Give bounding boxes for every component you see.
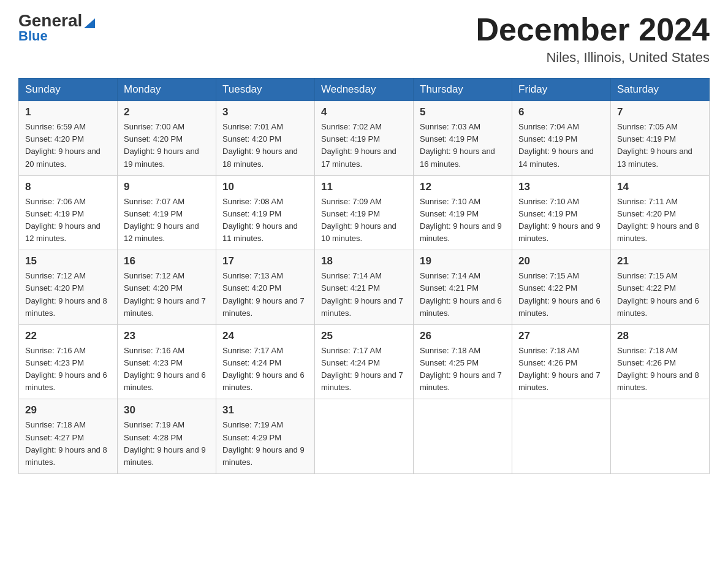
day-info: Sunrise: 7:17 AMSunset: 4:24 PMDaylight:… <box>321 345 407 394</box>
calendar-cell: 16Sunrise: 7:12 AMSunset: 4:20 PMDayligh… <box>118 250 216 325</box>
calendar-week-2: 8Sunrise: 7:06 AMSunset: 4:19 PMDaylight… <box>19 175 710 250</box>
day-number: 30 <box>124 404 210 416</box>
day-info: Sunrise: 7:18 AMSunset: 4:26 PMDaylight:… <box>518 345 604 394</box>
day-info: Sunrise: 7:10 AMSunset: 4:19 PMDaylight:… <box>518 196 604 245</box>
day-number: 8 <box>25 181 111 193</box>
day-info: Sunrise: 7:15 AMSunset: 4:22 PMDaylight:… <box>617 270 703 320</box>
calendar-cell: 13Sunrise: 7:10 AMSunset: 4:19 PMDayligh… <box>512 175 611 250</box>
month-title: December 2024 <box>476 12 710 47</box>
weekday-header-sunday: Sunday <box>19 79 118 101</box>
day-info: Sunrise: 7:02 AMSunset: 4:19 PMDaylight:… <box>321 121 407 170</box>
day-number: 6 <box>518 106 604 118</box>
calendar-body: 1Sunrise: 6:59 AMSunset: 4:20 PMDaylight… <box>19 101 710 474</box>
weekday-header-saturday: Saturday <box>611 79 710 101</box>
day-number: 20 <box>518 255 604 267</box>
day-info: Sunrise: 7:13 AMSunset: 4:20 PMDaylight:… <box>222 270 308 320</box>
day-info: Sunrise: 7:12 AMSunset: 4:20 PMDaylight:… <box>124 270 210 320</box>
day-number: 22 <box>25 330 111 342</box>
day-info: Sunrise: 7:14 AMSunset: 4:21 PMDaylight:… <box>420 270 506 320</box>
day-number: 11 <box>321 181 407 193</box>
day-info: Sunrise: 7:04 AMSunset: 4:19 PMDaylight:… <box>518 121 604 170</box>
day-number: 1 <box>25 106 111 118</box>
calendar-cell: 10Sunrise: 7:08 AMSunset: 4:19 PMDayligh… <box>216 175 315 250</box>
day-number: 25 <box>321 330 407 342</box>
day-number: 23 <box>124 330 210 342</box>
calendar-cell: 18Sunrise: 7:14 AMSunset: 4:21 PMDayligh… <box>315 250 414 325</box>
day-number: 13 <box>518 181 604 193</box>
weekday-header-monday: Monday <box>118 79 216 101</box>
title-block: December 2024 Niles, Illinois, United St… <box>476 12 710 66</box>
day-info: Sunrise: 7:11 AMSunset: 4:20 PMDaylight:… <box>617 196 703 245</box>
calendar-cell: 1Sunrise: 6:59 AMSunset: 4:20 PMDaylight… <box>19 101 118 176</box>
day-number: 9 <box>124 181 210 193</box>
day-info: Sunrise: 7:01 AMSunset: 4:20 PMDaylight:… <box>222 121 308 170</box>
day-info: Sunrise: 7:18 AMSunset: 4:25 PMDaylight:… <box>420 345 506 394</box>
calendar-cell: 29Sunrise: 7:18 AMSunset: 4:27 PMDayligh… <box>19 399 118 474</box>
weekday-header-thursday: Thursday <box>414 79 512 101</box>
day-info: Sunrise: 7:19 AMSunset: 4:28 PMDaylight:… <box>124 419 210 469</box>
location: Niles, Illinois, United States <box>476 50 710 66</box>
day-info: Sunrise: 7:16 AMSunset: 4:23 PMDaylight:… <box>25 345 111 394</box>
day-info: Sunrise: 7:08 AMSunset: 4:19 PMDaylight:… <box>222 196 308 245</box>
day-info: Sunrise: 7:18 AMSunset: 4:27 PMDaylight:… <box>25 419 111 469</box>
calendar-cell: 25Sunrise: 7:17 AMSunset: 4:24 PMDayligh… <box>315 324 414 399</box>
day-number: 12 <box>420 181 506 193</box>
calendar-week-1: 1Sunrise: 6:59 AMSunset: 4:20 PMDaylight… <box>19 101 710 176</box>
day-info: Sunrise: 7:10 AMSunset: 4:19 PMDaylight:… <box>420 196 506 245</box>
calendar-cell: 21Sunrise: 7:15 AMSunset: 4:22 PMDayligh… <box>611 250 710 325</box>
page-header: General Blue December 2024 Niles, Illino… <box>18 12 710 66</box>
day-number: 3 <box>222 106 308 118</box>
calendar-cell: 12Sunrise: 7:10 AMSunset: 4:19 PMDayligh… <box>414 175 512 250</box>
calendar-cell: 11Sunrise: 7:09 AMSunset: 4:19 PMDayligh… <box>315 175 414 250</box>
calendar-cell: 9Sunrise: 7:07 AMSunset: 4:19 PMDaylight… <box>118 175 216 250</box>
calendar-cell: 7Sunrise: 7:05 AMSunset: 4:19 PMDaylight… <box>611 101 710 176</box>
day-info: Sunrise: 7:00 AMSunset: 4:20 PMDaylight:… <box>124 121 210 170</box>
calendar-cell: 26Sunrise: 7:18 AMSunset: 4:25 PMDayligh… <box>414 324 512 399</box>
calendar-cell: 6Sunrise: 7:04 AMSunset: 4:19 PMDaylight… <box>512 101 611 176</box>
weekday-header-friday: Friday <box>512 79 611 101</box>
day-number: 26 <box>420 330 506 342</box>
day-number: 7 <box>617 106 703 118</box>
day-info: Sunrise: 7:19 AMSunset: 4:29 PMDaylight:… <box>222 419 308 469</box>
calendar-cell: 3Sunrise: 7:01 AMSunset: 4:20 PMDaylight… <box>216 101 315 176</box>
day-number: 10 <box>222 181 308 193</box>
calendar-cell: 2Sunrise: 7:00 AMSunset: 4:20 PMDaylight… <box>118 101 216 176</box>
day-info: Sunrise: 7:03 AMSunset: 4:19 PMDaylight:… <box>420 121 506 170</box>
day-number: 4 <box>321 106 407 118</box>
calendar-cell: 31Sunrise: 7:19 AMSunset: 4:29 PMDayligh… <box>216 399 315 474</box>
logo-blue: Blue <box>18 28 48 44</box>
calendar-cell: 5Sunrise: 7:03 AMSunset: 4:19 PMDaylight… <box>414 101 512 176</box>
calendar-cell <box>512 399 611 474</box>
day-info: Sunrise: 7:15 AMSunset: 4:22 PMDaylight:… <box>518 270 604 320</box>
calendar-header: SundayMondayTuesdayWednesdayThursdayFrid… <box>19 79 710 101</box>
day-info: Sunrise: 7:05 AMSunset: 4:19 PMDaylight:… <box>617 121 703 170</box>
svg-marker-0 <box>84 18 95 28</box>
calendar-cell <box>611 399 710 474</box>
weekday-header-tuesday: Tuesday <box>216 79 315 101</box>
day-info: Sunrise: 7:16 AMSunset: 4:23 PMDaylight:… <box>124 345 210 394</box>
logo-general: General <box>18 12 95 29</box>
calendar-cell: 23Sunrise: 7:16 AMSunset: 4:23 PMDayligh… <box>118 324 216 399</box>
day-info: Sunrise: 7:18 AMSunset: 4:26 PMDaylight:… <box>617 345 703 394</box>
calendar-cell: 19Sunrise: 7:14 AMSunset: 4:21 PMDayligh… <box>414 250 512 325</box>
day-number: 28 <box>617 330 703 342</box>
day-number: 31 <box>222 404 308 416</box>
day-info: Sunrise: 7:09 AMSunset: 4:19 PMDaylight:… <box>321 196 407 245</box>
day-number: 5 <box>420 106 506 118</box>
weekday-header-wednesday: Wednesday <box>315 79 414 101</box>
day-number: 14 <box>617 181 703 193</box>
calendar-cell: 15Sunrise: 7:12 AMSunset: 4:20 PMDayligh… <box>19 250 118 325</box>
day-info: Sunrise: 7:17 AMSunset: 4:24 PMDaylight:… <box>222 345 308 394</box>
day-info: Sunrise: 7:12 AMSunset: 4:20 PMDaylight:… <box>25 270 111 320</box>
day-number: 15 <box>25 255 111 267</box>
day-number: 2 <box>124 106 210 118</box>
day-number: 19 <box>420 255 506 267</box>
calendar-cell: 17Sunrise: 7:13 AMSunset: 4:20 PMDayligh… <box>216 250 315 325</box>
calendar-cell: 30Sunrise: 7:19 AMSunset: 4:28 PMDayligh… <box>118 399 216 474</box>
calendar-cell: 8Sunrise: 7:06 AMSunset: 4:19 PMDaylight… <box>19 175 118 250</box>
calendar-cell: 28Sunrise: 7:18 AMSunset: 4:26 PMDayligh… <box>611 324 710 399</box>
day-number: 18 <box>321 255 407 267</box>
calendar-cell: 24Sunrise: 7:17 AMSunset: 4:24 PMDayligh… <box>216 324 315 399</box>
day-number: 29 <box>25 404 111 416</box>
day-number: 17 <box>222 255 308 267</box>
